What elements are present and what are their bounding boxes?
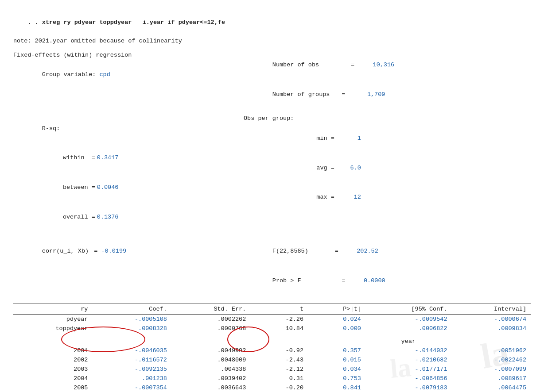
cell-p: 0.841 — [308, 383, 365, 392]
rsq-between: between =0.0046 — [13, 173, 244, 203]
cell-t: 10.84 — [250, 324, 308, 333]
col-header-coef: Coef. — [92, 304, 171, 315]
cell-t: -2.12 — [250, 365, 308, 374]
cell-ci-lo: -.0009542 — [365, 315, 452, 324]
num-obs: Number of obs =10,316 — [244, 50, 531, 80]
obs-max: max =12 — [244, 183, 531, 212]
num-groups: Number of groups =1,709 — [244, 80, 531, 109]
cell-coef: -.0005108 — [92, 315, 171, 324]
cell-coef: -.0116572 — [92, 355, 171, 365]
rsq-section: R-sq: within =0.3417 between =0.0046 ove… — [13, 114, 531, 232]
cell-ci-lo: -.0064856 — [365, 374, 452, 383]
cell-var: 2002 — [13, 355, 92, 365]
cell-var: 2003 — [13, 365, 92, 374]
cell-ci-hi: .0009834 — [452, 324, 531, 333]
cell-ci-lo: -.0144032 — [365, 346, 452, 355]
cmd-text: . xtreg ry pdyear toppdyear i.year if pd… — [35, 19, 225, 26]
cell-ci-lo: -.0210682 — [365, 355, 452, 365]
cell-se: .0048009 — [171, 355, 250, 365]
cell-ci-hi: -.0007099 — [452, 365, 531, 374]
cell-p: 0.357 — [308, 346, 365, 355]
table-row: year — [13, 337, 531, 346]
cell-ci-hi: .0064475 — [452, 383, 531, 392]
prob-f-row: Prob > F =0.0000 — [244, 266, 531, 296]
cell-t: -0.20 — [250, 383, 308, 392]
col-header-var: ry — [13, 304, 92, 315]
col-header-p: P>|t| — [308, 304, 365, 315]
cell-ci-lo: -.0177171 — [365, 365, 452, 374]
cell-var: 2005 — [13, 383, 92, 392]
cell-coef: -.0007354 — [92, 383, 171, 392]
obs-per-group: Obs per group: min =1 avg =6.0 max =12 — [244, 114, 531, 232]
cell-coef: .0008328 — [92, 324, 171, 333]
group-variable: Group variable: cpd — [13, 60, 244, 90]
cell-t: -2.43 — [250, 355, 308, 365]
cell-ci-hi: -.0000674 — [452, 315, 531, 324]
f-stat-row: F(22,8585) =202.52 — [244, 236, 531, 266]
cell-coef: .001238 — [92, 374, 171, 383]
table-header-row: ry Coef. Std. Err. t P>|t| [95% Conf. In… — [13, 304, 531, 315]
header-stats: Fixed-effects (within) regression Group … — [13, 50, 531, 110]
cell-var: toppdyear — [13, 324, 92, 333]
cell-ci-hi: .0089617 — [452, 374, 531, 383]
rsq-label: R-sq: — [13, 114, 244, 143]
table-row: pdyear -.0005108 .0002262 -2.26 0.024 -.… — [13, 315, 531, 324]
fstat-right: F(22,8585) =202.52 Prob > F =0.0000 — [244, 236, 531, 296]
corr-row: corr(u_i, Xb) = -0.0199 — [13, 236, 244, 266]
regression-table: ry Coef. Std. Err. t P>|t| [95% Conf. In… — [13, 304, 531, 392]
table-row: 2004 .001238 .0039402 0.31 0.753 -.00648… — [13, 374, 531, 383]
table-row: 2003 -.0092135 .004338 -2.12 0.034 -.017… — [13, 365, 531, 374]
regression-type: Fixed-effects (within) regression — [13, 50, 244, 60]
col-header-ci-lo: [95% Conf. — [365, 304, 452, 315]
cell-var: pdyear — [13, 315, 92, 324]
cell-var: 2004 — [13, 374, 92, 383]
cell-coef: -.0046035 — [92, 346, 171, 355]
table-body: pdyear -.0005108 .0002262 -2.26 0.024 -.… — [13, 315, 531, 392]
table-row: toppdyear .0008328 .0000768 10.84 0.000 … — [13, 324, 531, 333]
table-container: ry Coef. Std. Err. t P>|t| [95% Conf. In… — [13, 304, 531, 392]
cell-p: 0.024 — [308, 315, 365, 324]
cell-se: .0036643 — [171, 383, 250, 392]
col-header-ci-hi: Interval] — [452, 304, 531, 315]
stats-left: Fixed-effects (within) regression Group … — [13, 50, 244, 110]
table-row: 2001 -.0046035 .0049992 -0.92 0.357 -.01… — [13, 346, 531, 355]
cmd-dot: . — [27, 19, 35, 26]
cell-se: .0039402 — [171, 374, 250, 383]
cell-ci-hi: -.0022462 — [452, 355, 531, 365]
cell-t: -0.92 — [250, 346, 308, 355]
rsq-within: within =0.3417 — [13, 143, 244, 173]
obs-avg: avg =6.0 — [244, 153, 531, 183]
table-row — [13, 333, 531, 337]
col-header-se: Std. Err. — [171, 304, 250, 315]
cell-t: 0.31 — [250, 374, 308, 383]
cell-var: 2001 — [13, 346, 92, 355]
command-line1: . . xtreg ry pdyear toppdyear i.year if … — [13, 9, 531, 37]
cell-se: .0002262 — [171, 315, 250, 324]
table-row: 2005 -.0007354 .0036643 -0.20 0.841 -.00… — [13, 383, 531, 392]
cell-ci-hi: .0051962 — [452, 346, 531, 355]
cell-se: .004338 — [171, 365, 250, 374]
cell-p: 0.015 — [308, 355, 365, 365]
command-line2: note: 2021.year omitted because of colli… — [13, 37, 531, 46]
rsq-left: R-sq: within =0.3417 between =0.0046 ove… — [13, 114, 244, 232]
corr-left: corr(u_i, Xb) = -0.0199 — [13, 236, 244, 296]
cell-ci-lo: .0006822 — [365, 324, 452, 333]
fstat-section: corr(u_i, Xb) = -0.0199 F(22,8585) =202.… — [13, 236, 531, 296]
col-header-t: t — [250, 304, 308, 315]
stats-right: Number of obs =10,316 Number of groups =… — [244, 50, 531, 110]
cell-p: 0.753 — [308, 374, 365, 383]
cell-se: .0000768 — [171, 324, 250, 333]
cell-t: -2.26 — [250, 315, 308, 324]
cell-p: 0.034 — [308, 365, 365, 374]
table-row: 2002 -.0116572 .0048009 -2.43 0.015 -.02… — [13, 355, 531, 365]
cell-ci-lo: -.0079183 — [365, 383, 452, 392]
stata-output: . . xtreg ry pdyear toppdyear i.year if … — [13, 9, 531, 392]
cell-coef: -.0092135 — [92, 365, 171, 374]
obs-min: min =1 — [244, 124, 531, 154]
rsq-overall: overall =0.1376 — [13, 203, 244, 232]
obs-group-label: Obs per group: — [244, 114, 531, 123]
cell-se: .0049992 — [171, 346, 250, 355]
cell-p: 0.000 — [308, 324, 365, 333]
